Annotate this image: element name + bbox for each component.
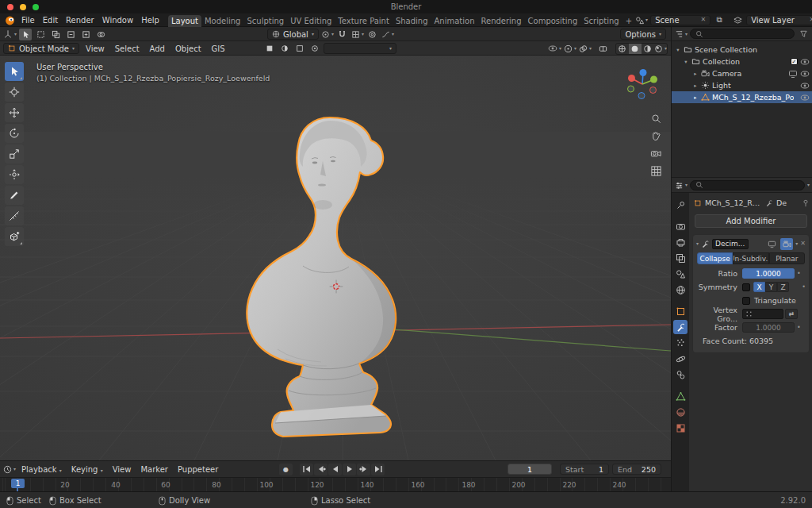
editor-type-button[interactable]: ▾ [3,29,17,40]
expand-icon[interactable]: ▸ [692,71,699,77]
navigation-gizmo[interactable] [625,67,660,102]
timeline-editor-type-button[interactable]: ▾ [3,464,16,475]
tab-texture-paint[interactable]: Texture Paint [335,15,393,27]
active-tool-icon[interactable] [19,29,32,40]
tab-layout[interactable]: Layout [168,15,201,27]
tab-tool-icon[interactable] [673,198,688,212]
tab-output-icon[interactable] [673,235,688,249]
disable-viewport-icon[interactable] [788,69,798,79]
tool-rotate[interactable] [5,124,24,143]
menu-marker[interactable]: Marker [136,465,172,474]
pan-hand-icon[interactable] [649,129,663,143]
shading-rendered-icon[interactable]: ▾ [654,44,667,54]
tab-object-data-icon[interactable] [673,389,688,403]
outliner-search-input[interactable] [690,29,795,39]
menu-window[interactable]: Window [98,16,137,25]
jump-to-end-button[interactable] [371,464,385,475]
minimize-window-icon[interactable] [20,4,26,10]
hide-eye-icon[interactable] [800,81,810,90]
scene-browse-button[interactable]: ▾ [635,14,648,26]
tab-object-icon[interactable] [673,304,688,318]
menu-playback[interactable]: Playback ▾ [17,465,66,474]
tab-shading[interactable]: Shading [393,15,431,27]
select-mode-invert-icon[interactable] [79,29,92,40]
options-dropdown[interactable]: Options ▾ [620,29,666,40]
xray-toggle-icon[interactable] [597,43,610,55]
menu-file[interactable]: File [17,16,39,25]
outliner-editor-type-button[interactable]: ▾ [675,28,688,40]
outliner-row-scene-collection[interactable]: ▾ Scene Collection [672,44,812,56]
tab-compositing[interactable]: Compositing [525,15,581,27]
properties-filter-caret-icon[interactable]: ▾ [807,183,810,187]
tab-world-icon[interactable] [673,283,688,297]
animate-decorator-icon[interactable]: • [802,283,806,291]
shading-material-icon[interactable] [642,44,654,54]
tab-planar[interactable]: Planar [769,252,805,264]
unlink-scene-icon[interactable]: ✕ [700,17,706,23]
properties-editor-type-button[interactable]: ▾ [675,179,688,191]
viewport-canvas[interactable]: User Perspective (1) Collection | MCh_S_… [0,56,671,460]
auto-keying-button[interactable]: ● [279,464,293,475]
gizmos-dropdown[interactable]: ▾ [564,43,576,55]
tab-scripting[interactable]: Scripting [580,15,622,27]
camera-view-icon[interactable] [649,146,663,160]
modifier-name-field[interactable]: Decim... [712,239,749,249]
collapse-panel-icon[interactable]: ▾ [696,241,699,246]
shading-wireframe-icon[interactable] [616,44,629,54]
expand-icon[interactable]: ▾ [675,47,681,53]
menu-add[interactable]: Add [146,44,169,53]
display-toggle-1-icon[interactable] [263,43,276,55]
outliner-row-mesh[interactable]: ▸ MCh_S_12_Rzezba_Po [672,91,812,103]
delete-modifier-icon[interactable]: ✕ [800,241,806,247]
tab-sculpting[interactable]: Sculpting [243,15,287,27]
start-frame-field[interactable]: Start 1 [560,464,609,475]
tab-unsubdivide[interactable]: Un-Subdiv... [733,252,768,264]
tool-measure[interactable] [5,206,24,225]
add-workspace-button[interactable]: + [622,15,635,27]
vertex-group-field[interactable] [742,309,783,319]
menu-view-timeline[interactable]: View [109,465,136,474]
timeline-ruler[interactable]: 20 40 60 80 100 120 140 160 180 200 220 … [0,477,671,491]
outliner-filter-icon[interactable] [797,28,810,40]
menu-object[interactable]: Object [171,44,205,53]
menu-help[interactable]: Help [137,16,163,25]
select-mode-subtract-icon[interactable] [64,29,77,40]
menu-puppeteer[interactable]: Puppeteer [174,465,222,474]
tab-texture-icon[interactable] [673,421,688,435]
tab-render-icon[interactable] [673,219,688,233]
snap-settings-dropdown[interactable]: ▾ [351,29,364,40]
tab-material-icon[interactable] [673,405,688,419]
expand-icon[interactable]: ▾ [683,59,689,65]
overlays-dropdown[interactable]: ▾ [579,43,592,55]
remove-view-layer-icon[interactable]: ✕ [809,17,812,23]
tab-modeling[interactable]: Modeling [201,15,244,27]
select-mode-replace-icon[interactable] [34,29,47,40]
object-visibility-dropdown[interactable]: ▾ [548,43,561,55]
tab-animation[interactable]: Animation [431,15,478,27]
scene-name-field[interactable]: Scene ✕ [650,15,710,25]
zoom-icon[interactable] [649,111,663,125]
tab-collapse[interactable]: Collapse [697,252,733,264]
jump-to-start-button[interactable] [300,464,313,475]
tab-uv-editing[interactable]: UV Editing [287,15,335,27]
ortho-toggle-icon[interactable] [649,164,663,178]
play-button[interactable] [343,464,356,475]
modifier-extras-dropdown-icon[interactable]: ▾ [795,241,798,246]
transform-orientation-dropdown[interactable]: Global ▾ [267,29,319,40]
menu-render[interactable]: Render [62,16,98,25]
outliner-row-light[interactable]: ▸ Light [672,79,812,91]
proportional-editing-icon[interactable] [366,29,379,40]
triangulate-checkbox[interactable] [742,297,750,305]
outliner-row-camera[interactable]: ▸ Camera [672,67,812,79]
menu-edit[interactable]: Edit [39,16,62,25]
shading-solid-icon[interactable] [629,44,642,54]
close-window-icon[interactable] [7,4,13,10]
display-toggle-3-icon[interactable] [293,43,306,55]
hide-eye-icon[interactable] [800,69,810,79]
invert-vertex-group-button[interactable]: ⇄ [785,309,798,319]
symmetry-checkbox[interactable] [742,283,750,291]
prev-keyframe-button[interactable] [314,464,327,475]
collection-checkbox[interactable]: ✓ [791,58,798,65]
tab-particles-icon[interactable] [673,336,688,350]
menu-view[interactable]: View [82,44,109,53]
